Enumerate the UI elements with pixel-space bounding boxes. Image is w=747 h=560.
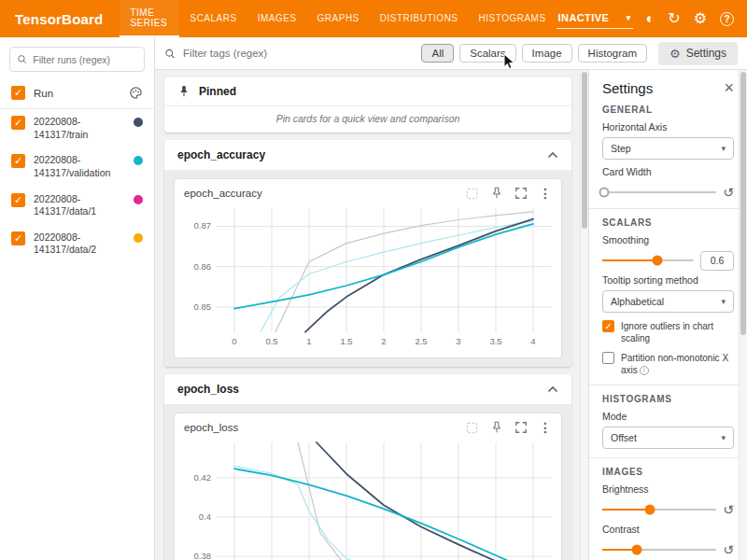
cards-scrollbar — [580, 70, 588, 560]
settings-button[interactable]: ⚙ Settings — [658, 42, 738, 65]
main-row: Pinned Pin cards for a quick view and co… — [155, 70, 747, 560]
fit-to-data-icon[interactable] — [465, 421, 479, 435]
pinned-header: Pinned — [164, 77, 571, 106]
run-checkbox-data-1[interactable]: ✓ — [11, 193, 25, 207]
runs-filter-input[interactable] — [33, 54, 137, 65]
horizontal-axis-select[interactable]: Step ▾ — [602, 137, 734, 160]
contrast-label: Contrast — [602, 524, 734, 535]
chip-histogram[interactable]: Histogram — [578, 44, 647, 63]
horizontal-axis-value: Step — [611, 143, 631, 154]
run-label-train: 20220808-141317/train — [34, 116, 125, 141]
smoothing-slider-thumb[interactable] — [652, 256, 662, 266]
chip-scalars[interactable]: Scalars — [459, 44, 515, 63]
pinned-title: Pinned — [199, 85, 236, 98]
svg-text:0.5: 0.5 — [265, 336, 277, 346]
reset-icon[interactable]: ↺ — [723, 543, 734, 556]
section-header-epoch-loss[interactable]: epoch_loss — [164, 374, 571, 404]
svg-text:3: 3 — [456, 336, 460, 346]
brightness-slider[interactable] — [602, 509, 716, 511]
svg-text:0.86: 0.86 — [194, 261, 212, 272]
brightness-slider-thumb[interactable] — [645, 505, 655, 515]
pinned-hint: Pin cards for a quick view and compariso… — [164, 106, 571, 133]
run-checkbox-data-2[interactable]: ✓ — [11, 231, 25, 245]
brightness-control: ↺ — [602, 502, 734, 517]
smoothing-value-input[interactable]: 0.6 — [700, 251, 734, 271]
pin-card-icon[interactable] — [490, 187, 503, 200]
settings-heading-histograms: HISTOGRAMS — [602, 394, 734, 404]
chevron-down-icon: ▾ — [627, 13, 631, 22]
section-body-epoch-loss: epoch_loss ⋮ 00.511.522.533.540.360.380.… — [164, 404, 571, 560]
tab-histograms[interactable]: HISTOGRAMS — [469, 0, 557, 37]
run-checkbox-validation[interactable]: ✓ — [11, 154, 25, 168]
settings-heading-images: IMAGES — [602, 467, 734, 477]
epoch-loss-chart[interactable]: 00.511.522.533.540.360.380.40.42 — [184, 437, 552, 560]
runs-master-checkbox[interactable]: ✓ — [11, 86, 25, 100]
partition-x-axis-checkbox[interactable] — [602, 352, 614, 364]
settings-panel-title: Settings — [602, 80, 653, 96]
run-checkbox-train[interactable]: ✓ — [11, 116, 25, 130]
contrast-theme-icon[interactable]: ◐ — [646, 11, 655, 26]
section-title: epoch_accuracy — [177, 148, 265, 161]
main-nav-tabs: TIME SERIES SCALARS IMAGES GRAPHS DISTRI… — [120, 0, 556, 37]
svg-text:4: 4 — [530, 336, 535, 346]
contrast-control: ↺ — [602, 542, 734, 557]
chart-card-epoch-loss: epoch_loss ⋮ 00.511.522.533.540.360.380.… — [174, 413, 562, 560]
tab-graphs[interactable]: GRAPHS — [307, 0, 370, 37]
tab-images[interactable]: IMAGES — [247, 0, 307, 37]
histogram-mode-label: Mode — [602, 411, 734, 422]
run-row-data-1[interactable]: ✓ 20220808-141317/data/1 — [0, 187, 154, 225]
divider — [589, 385, 747, 385]
reload-status-dropdown[interactable]: INACTIVE ▾ — [557, 9, 633, 29]
reset-icon[interactable]: ↺ — [723, 503, 734, 516]
gear-icon[interactable]: ⚙ — [694, 11, 707, 26]
card-width-slider-thumb[interactable] — [599, 188, 610, 198]
collapse-chevron-icon[interactable] — [547, 148, 558, 161]
run-row-train[interactable]: ✓ 20220808-141317/train — [0, 109, 154, 147]
divider — [589, 457, 747, 458]
fullscreen-icon[interactable] — [514, 187, 528, 200]
fullscreen-icon[interactable] — [514, 421, 528, 434]
run-label-data-1: 20220808-141317/data/1 — [34, 193, 125, 218]
palette-icon[interactable] — [129, 86, 143, 100]
tooltip-sort-label: Tooltip sorting method — [602, 274, 734, 286]
chart-card-actions: ⋮ — [465, 186, 552, 201]
tab-scalars[interactable]: SCALARS — [179, 0, 247, 37]
tab-distributions[interactable]: DISTRIBUTIONS — [370, 0, 469, 37]
chart-card-title: epoch_accuracy — [184, 188, 262, 199]
more-vert-icon[interactable]: ⋮ — [539, 186, 552, 201]
close-icon[interactable]: × — [724, 79, 734, 96]
settings-heading-scalars: SCALARS — [602, 217, 734, 228]
epoch-accuracy-chart[interactable]: 00.511.522.533.540.850.860.87 — [184, 203, 552, 354]
chip-image[interactable]: Image — [522, 44, 572, 63]
pin-card-icon[interactable] — [490, 421, 503, 434]
settings-scrollbar — [739, 70, 747, 560]
more-vert-icon[interactable]: ⋮ — [539, 420, 552, 435]
tags-filter-input[interactable] — [183, 48, 421, 59]
partition-x-axis-label: Partition non-monotonic X axisi — [621, 352, 734, 376]
ignore-outliers-checkbox[interactable]: ✓ — [602, 320, 614, 332]
collapse-chevron-icon[interactable] — [547, 383, 558, 396]
chevron-down-icon: ▾ — [721, 433, 726, 442]
contrast-slider-thumb[interactable] — [631, 545, 641, 555]
run-row-validation[interactable]: ✓ 20220808-141317/validation — [0, 147, 154, 186]
chip-all[interactable]: All — [421, 44, 454, 63]
contrast-slider[interactable] — [602, 549, 716, 551]
cards-scrollbar-thumb[interactable] — [582, 72, 587, 229]
refresh-icon[interactable]: ↻ — [668, 11, 680, 26]
topbar-actions: INACTIVE ▾ ◐ ↻ ⚙ ? — [557, 9, 747, 29]
settings-heading-general: GENERAL — [602, 105, 734, 115]
smoothing-slider[interactable] — [602, 259, 694, 261]
settings-scrollbar-thumb[interactable] — [740, 72, 746, 335]
tag-filter-toolbar: All Scalars Image Histogram ⚙ Settings — [155, 37, 747, 70]
tab-time-series[interactable]: TIME SERIES — [120, 0, 179, 37]
card-width-slider[interactable] — [602, 191, 716, 193]
section-header-epoch-accuracy[interactable]: epoch_accuracy — [164, 140, 571, 170]
tooltip-sort-select[interactable]: Alphabetical ▾ — [602, 290, 734, 313]
run-row-data-2[interactable]: ✓ 20220808-141317/data/2 — [0, 225, 154, 263]
help-icon[interactable]: ? — [720, 12, 734, 26]
svg-text:0.38: 0.38 — [194, 551, 212, 560]
fit-to-data-icon[interactable] — [465, 187, 479, 201]
reset-icon[interactable]: ↺ — [723, 186, 734, 199]
histogram-mode-select[interactable]: Offset ▾ — [602, 427, 734, 449]
section-body-epoch-accuracy: epoch_accuracy ⋮ 00.511.522.533.540.850.… — [164, 170, 571, 367]
